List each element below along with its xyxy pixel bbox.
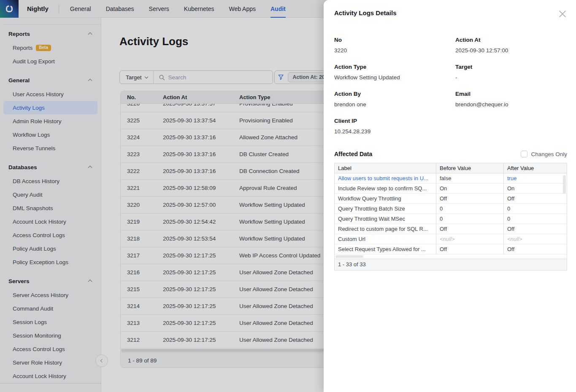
affected-horizontal-scrollbar bbox=[335, 254, 567, 259]
changes-only-toggle[interactable]: Changes Only bbox=[521, 151, 567, 157]
field-action-by: Action By brendon one bbox=[334, 91, 455, 108]
affected-row: Workflow Query Throttling Off Off bbox=[335, 194, 567, 204]
close-button[interactable] bbox=[558, 9, 567, 19]
panel-title: Activity Logs Details bbox=[334, 9, 397, 16]
detail-fields: No 3220 Action At 2025-09-30 12:57:00 Ac… bbox=[334, 37, 567, 145]
affected-table-header: Label Before Value After Value bbox=[335, 163, 567, 173]
field-action-type: Action Type Workflow Setting Updated bbox=[334, 64, 455, 81]
field-target: Target - bbox=[455, 64, 567, 81]
scrollbar-thumb[interactable] bbox=[335, 255, 363, 258]
affected-row: Allow users to submit requests in U... f… bbox=[335, 173, 567, 184]
affected-row: Custom Url <null> <null> bbox=[335, 234, 567, 244]
panel-header: Activity Logs Details bbox=[324, 0, 576, 19]
affected-table-body: Allow users to submit requests in U... f… bbox=[335, 173, 567, 254]
affected-row: Query Throttling Batch Size 0 0 bbox=[335, 204, 567, 214]
column-header-before-value: Before Value bbox=[436, 163, 503, 173]
affected-data-header: Affected Data Changes Only bbox=[334, 151, 567, 157]
app-root: Nightly General Databases Servers Kubern… bbox=[0, 0, 576, 392]
changes-only-label: Changes Only bbox=[531, 151, 567, 157]
column-header-label: Label bbox=[335, 163, 436, 173]
affected-row: Redirect to custom page for SQL R... Off… bbox=[335, 224, 567, 234]
affected-pagination: 1 - 33 of 33 bbox=[335, 259, 567, 270]
field-client-ip: Client IP 10.254.28.239 bbox=[334, 118, 455, 135]
affected-label-link[interactable]: Allow users to submit requests in U... bbox=[335, 173, 436, 183]
changes-only-checkbox[interactable] bbox=[521, 151, 527, 157]
close-icon bbox=[558, 10, 567, 18]
field-action-at: Action At 2025-09-30 12:57:00 bbox=[455, 37, 567, 54]
affected-row: Include Review step to confirm SQ... On … bbox=[335, 184, 567, 194]
column-header-after-value: After Value bbox=[503, 163, 567, 173]
field-no: No 3220 bbox=[334, 37, 455, 54]
affected-data-title: Affected Data bbox=[334, 151, 372, 157]
field-email: Email brendon@chequer.io bbox=[455, 91, 567, 108]
vertical-scrollbar-thumb[interactable] bbox=[563, 175, 566, 194]
affected-data-table: Label Before Value After Value Allow use… bbox=[334, 163, 567, 270]
affected-row: Query Throttling Wait MSec 0 0 bbox=[335, 214, 567, 224]
details-panel: Activity Logs Details No 3220 Action At … bbox=[324, 0, 576, 392]
affected-row: Select Request Types Allowed for ... Off… bbox=[335, 244, 567, 254]
